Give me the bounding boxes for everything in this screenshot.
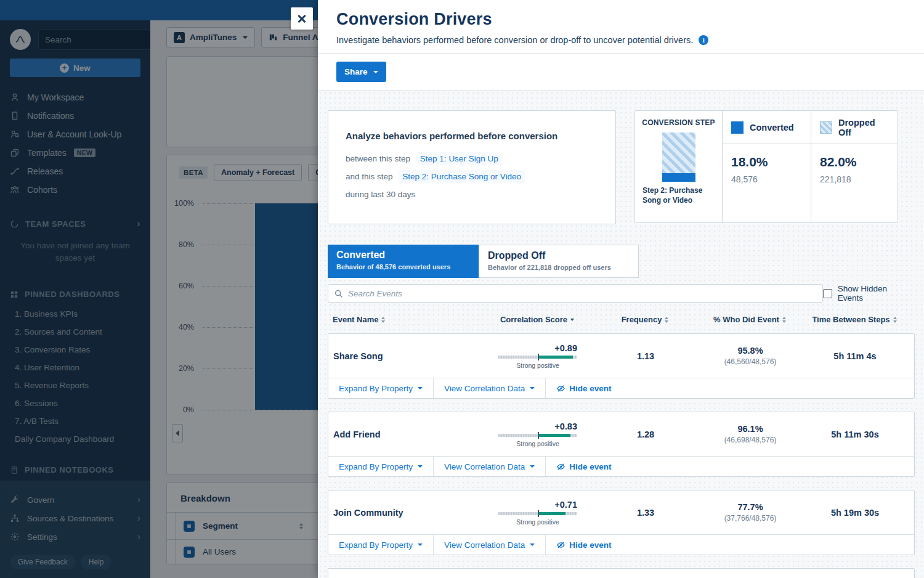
sort-icon (381, 317, 385, 323)
correlation-strength: Strong positive (498, 440, 577, 447)
page-title: Conversion Drivers (336, 10, 906, 29)
correlation-cell: +0.89 Strong positive (482, 343, 593, 369)
eye-off-icon (556, 540, 565, 550)
correlation-bar (498, 356, 577, 359)
event-name: Add Friend (328, 429, 482, 439)
chevron-down-icon (418, 465, 423, 468)
step2-link[interactable]: Step 2: Purchase Song or Video (399, 170, 525, 183)
page-subtitle: Investigate behaviors performed before c… (336, 35, 693, 45)
view-correlation-data-button[interactable]: View Correlation Data (434, 457, 546, 476)
events-table-header: Event Name Correlation Score Frequency %… (328, 315, 915, 324)
correlation-strength: Strong positive (498, 362, 577, 369)
hide-event-button[interactable]: Hide event (546, 378, 622, 398)
chevron-down-icon (418, 543, 423, 546)
frequency-value: 1.28 (593, 429, 698, 439)
time-value: 5h 11m 4s (803, 351, 907, 361)
analyze-heading: Analyze behaviors performed before conve… (346, 131, 598, 141)
header-event-name[interactable]: Event Name (328, 315, 482, 324)
converted-bar-segment (662, 173, 695, 182)
date-range-label[interactable]: during last 30 days (346, 190, 598, 199)
sort-desc-icon (570, 319, 574, 321)
hide-event-button[interactable]: Hide event (546, 535, 622, 555)
correlation-bar (498, 512, 577, 515)
search-events-input[interactable] (328, 285, 822, 302)
eye-off-icon (556, 384, 565, 393)
checkbox-icon[interactable] (823, 289, 832, 298)
correlation-value: +0.71 (498, 500, 577, 510)
dropped-percent: 82.0% (820, 155, 889, 169)
conversion-step-card: CONVERSION STEP Step 2: Purchase Song or… (634, 110, 898, 223)
app-window: + New My Workspace Notifications User & … (0, 0, 924, 578)
sort-icon (665, 317, 668, 323)
sort-icon (893, 317, 897, 323)
correlation-bar (498, 434, 577, 437)
view-correlation-data-button[interactable]: View Correlation Data (434, 378, 546, 398)
conversion-step-header: CONVERSION STEP (641, 118, 716, 127)
event-row-add-friend: Add Friend +0.83 Strong positive 1.28 (328, 412, 915, 477)
correlation-strength: Strong positive (498, 518, 577, 526)
converted-count: 48,576 (731, 174, 802, 184)
pct-cell: 96.1% (46,698/48,576) (698, 424, 803, 444)
pct-cell: 95.8% (46,560/48,576) (698, 346, 803, 366)
pct-cell: 77.7% (37,766/48,576) (698, 502, 803, 523)
header-pct-who-did-event[interactable]: % Who Did Event (697, 315, 802, 324)
time-value: 5h 11m 30s (803, 429, 907, 439)
header-time-between-steps[interactable]: Time Between Steps (802, 315, 907, 324)
hide-event-button[interactable]: Hide event (546, 457, 622, 476)
search-icon (334, 289, 343, 298)
chevron-down-icon (373, 71, 378, 73)
share-button[interactable]: Share (336, 62, 386, 82)
modal-dim-overlay[interactable] (0, 0, 318, 578)
correlation-cell: +0.71 Strong positive (482, 500, 593, 526)
info-icon[interactable] (699, 35, 708, 45)
correlation-cell: +0.83 Strong positive (482, 421, 593, 447)
show-hidden-events-toggle[interactable]: Show Hidden Events (823, 284, 915, 303)
step1-link[interactable]: Step 1: User Sign Up (416, 152, 502, 165)
event-name: Share Song (328, 351, 482, 361)
event-row-join-community: Join Community +0.71 Strong positive 1.3… (328, 490, 915, 555)
expand-by-property-button[interactable]: Expand By Property (328, 378, 434, 398)
dropped-bar-segment (662, 132, 695, 173)
correlation-value: +0.89 (498, 343, 577, 353)
dropped-count: 221,818 (820, 174, 889, 184)
event-row-share-song: Share Song +0.89 Strong positive 1.13 (328, 333, 915, 399)
frequency-value: 1.13 (593, 351, 698, 361)
conversion-drivers-panel: Conversion Drivers Investigate behaviors… (318, 0, 924, 578)
correlation-value: +0.83 (498, 421, 577, 431)
search-events-box (328, 284, 823, 303)
header-frequency[interactable]: Frequency (593, 315, 697, 324)
panel-body: Analyze behaviors performed before conve… (318, 91, 924, 578)
dropped-swatch-icon (820, 121, 832, 134)
event-row-partial (328, 568, 915, 578)
chevron-down-icon (530, 543, 535, 546)
eye-off-icon (556, 462, 565, 471)
analyze-definition-card: Analyze behaviors performed before conve… (328, 110, 616, 224)
expand-by-property-button[interactable]: Expand By Property (328, 535, 434, 555)
chevron-down-icon (530, 387, 535, 389)
event-name: Join Community (328, 508, 482, 518)
header-correlation-score[interactable]: Correlation Score (482, 315, 593, 324)
close-panel-button[interactable] (291, 7, 313, 30)
conversion-step-label: Step 2: Purchase Song or Video (641, 186, 716, 205)
time-value: 5h 19m 30s (803, 508, 907, 518)
chevron-down-icon (530, 465, 535, 468)
conversion-step-bar (662, 132, 695, 182)
frequency-value: 1.33 (593, 508, 698, 518)
tab-dropped-off[interactable]: Dropped Off Behavior of 221,818 dropped … (479, 245, 639, 278)
expand-by-property-button[interactable]: Expand By Property (328, 457, 434, 476)
converted-percent: 18.0% (731, 155, 802, 169)
sort-icon (782, 317, 786, 323)
chevron-down-icon (418, 387, 423, 389)
view-correlation-data-button[interactable]: View Correlation Data (434, 535, 546, 555)
converted-swatch-icon (731, 121, 744, 134)
tab-converted[interactable]: Converted Behavior of 48,576 converted u… (328, 245, 479, 278)
